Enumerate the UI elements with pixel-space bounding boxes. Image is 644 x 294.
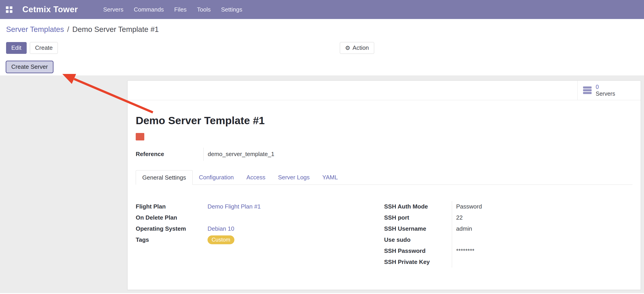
field-row-use-sudo: Use sudo bbox=[384, 234, 632, 245]
field-row-ssh-username: SSH Username admin bbox=[384, 223, 632, 234]
statusbar: Create Server bbox=[0, 56, 644, 76]
create-button[interactable]: Create bbox=[30, 42, 58, 54]
tag-pill-custom[interactable]: Custom bbox=[208, 235, 234, 244]
group-left: Flight Plan Demo Flight Plan #1 On Delet… bbox=[136, 201, 384, 267]
operating-system-label: Operating System bbox=[136, 225, 204, 232]
breadcrumb: Server Templates / Demo Server Template … bbox=[0, 19, 644, 40]
tab-general-settings[interactable]: General Settings bbox=[136, 170, 192, 185]
action-button-label: Action bbox=[352, 45, 369, 51]
field-row-flight-plan: Flight Plan Demo Flight Plan #1 bbox=[136, 201, 384, 212]
field-row-ssh-port: SSH port 22 bbox=[384, 212, 632, 223]
servers-stat-label: Servers bbox=[596, 90, 615, 97]
notebook-tabs: General Settings Configuration Access Se… bbox=[136, 170, 632, 185]
gear-icon: ⚙ bbox=[345, 45, 350, 51]
breadcrumb-current: Demo Server Template #1 bbox=[72, 25, 159, 34]
field-row-on-delete-plan: On Delete Plan bbox=[136, 212, 384, 223]
menu-item-settings[interactable]: Settings bbox=[221, 6, 242, 13]
breadcrumb-parent-link[interactable]: Server Templates bbox=[6, 25, 64, 34]
ssh-port-label: SSH port bbox=[384, 214, 452, 221]
servers-stat-text: 0 Servers bbox=[596, 83, 615, 97]
reference-field-row: Reference demo_server_template_1 bbox=[136, 148, 632, 161]
tab-access[interactable]: Access bbox=[240, 170, 272, 185]
reference-field-label: Reference bbox=[136, 151, 204, 158]
ssh-auth-mode-label: SSH Auth Mode bbox=[384, 203, 452, 210]
ssh-username-value: admin bbox=[452, 223, 472, 234]
menu-item-servers[interactable]: Servers bbox=[103, 6, 124, 13]
ssh-private-key-label: SSH Private Key bbox=[384, 258, 452, 265]
servers-stat-button[interactable]: 0 Servers bbox=[578, 81, 640, 100]
ssh-username-label: SSH Username bbox=[384, 225, 452, 232]
ssh-password-label: SSH Password bbox=[384, 247, 452, 254]
on-delete-plan-label: On Delete Plan bbox=[136, 214, 204, 221]
app-brand[interactable]: Cetmix Tower bbox=[22, 5, 78, 14]
ssh-private-key-value bbox=[452, 256, 456, 267]
tab-server-logs[interactable]: Server Logs bbox=[272, 170, 316, 185]
tags-value: Custom bbox=[204, 235, 234, 244]
tags-label: Tags bbox=[136, 236, 204, 243]
use-sudo-value bbox=[452, 234, 456, 245]
tab-configuration[interactable]: Configuration bbox=[192, 170, 240, 185]
sheet-body: Demo Server Template #1 Reference demo_s… bbox=[128, 114, 640, 276]
menu-item-tools[interactable]: Tools bbox=[197, 6, 211, 13]
field-row-ssh-auth-mode: SSH Auth Mode Password bbox=[384, 201, 632, 212]
field-row-tags: Tags Custom bbox=[136, 234, 384, 245]
field-row-ssh-private-key: SSH Private Key bbox=[384, 256, 632, 267]
tab-yaml[interactable]: YAML bbox=[316, 170, 344, 185]
field-row-operating-system: Operating System Debian 10 bbox=[136, 223, 384, 234]
group-right: SSH Auth Mode Password SSH port 22 SSH U… bbox=[384, 201, 632, 267]
field-row-ssh-password: SSH Password ******** bbox=[384, 245, 632, 256]
edit-button[interactable]: Edit bbox=[6, 42, 27, 54]
top-navbar: Cetmix Tower Servers Commands Files Tool… bbox=[0, 0, 644, 19]
breadcrumb-separator: / bbox=[67, 25, 69, 34]
form-groups: Flight Plan Demo Flight Plan #1 On Delet… bbox=[136, 201, 632, 267]
menu-item-commands[interactable]: Commands bbox=[134, 6, 164, 13]
operating-system-value-link[interactable]: Debian 10 bbox=[204, 225, 234, 232]
form-sheet: 0 Servers Demo Server Template #1 Refere… bbox=[127, 80, 641, 290]
use-sudo-label: Use sudo bbox=[384, 236, 452, 243]
content-area: 0 Servers Demo Server Template #1 Refere… bbox=[0, 76, 644, 293]
create-server-button[interactable]: Create Server bbox=[6, 61, 54, 73]
sheet-top-strip: 0 Servers bbox=[128, 81, 640, 100]
flight-plan-value-link[interactable]: Demo Flight Plan #1 bbox=[204, 203, 261, 210]
menu-item-files[interactable]: Files bbox=[174, 6, 186, 13]
ssh-password-value: ******** bbox=[452, 245, 474, 256]
control-panel-buttons: Edit Create ⚙ Action bbox=[0, 40, 644, 56]
flight-plan-label: Flight Plan bbox=[136, 203, 204, 210]
servers-stat-icon bbox=[582, 86, 592, 94]
servers-stat-count: 0 bbox=[596, 83, 615, 90]
ssh-auth-mode-value: Password bbox=[452, 201, 482, 212]
ssh-port-value: 22 bbox=[452, 212, 463, 223]
main-menu: Servers Commands Files Tools Settings bbox=[103, 6, 242, 13]
record-title: Demo Server Template #1 bbox=[136, 114, 632, 127]
reference-field-value: demo_server_template_1 bbox=[204, 148, 274, 161]
apps-grid-icon[interactable] bbox=[6, 6, 12, 13]
action-button[interactable]: ⚙ Action bbox=[340, 42, 374, 54]
color-tag-swatch bbox=[136, 133, 144, 140]
